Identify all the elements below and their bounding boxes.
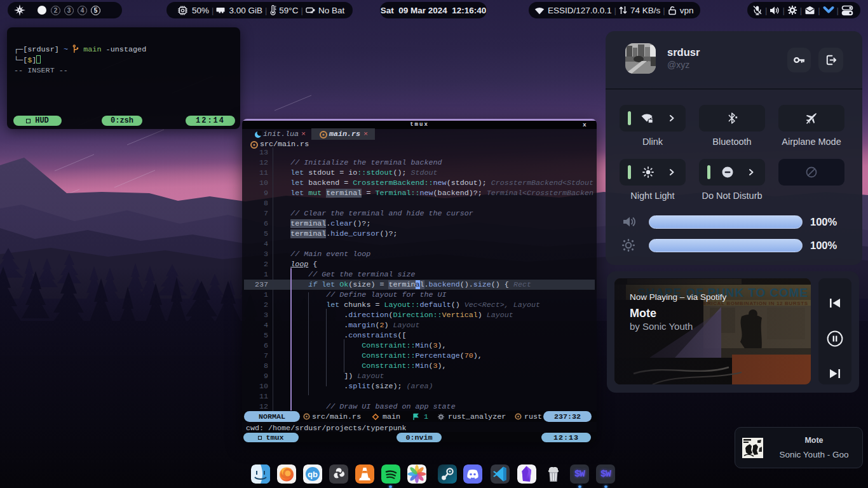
- svg-text:qb: qb: [308, 470, 318, 479]
